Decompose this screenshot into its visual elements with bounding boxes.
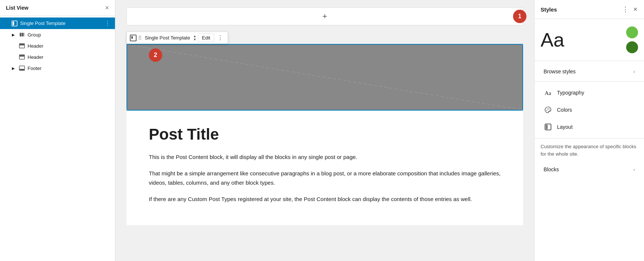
tree-item-options-single-post-template[interactable]: ⋮ <box>105 20 110 27</box>
toolbar-arrows[interactable]: ▲ ▼ <box>193 35 196 41</box>
footer-icon <box>19 65 25 71</box>
tree-item-label-single-post-template: Single Post Template <box>20 20 102 26</box>
svg-rect-1 <box>13 22 14 25</box>
colors-icon <box>544 105 552 114</box>
customize-text: Customize the appearance of specific blo… <box>535 141 644 162</box>
group-icon <box>19 31 25 38</box>
tree-item-single-post-template[interactable]: Single Post Template ⋮ <box>0 17 115 29</box>
svg-point-13 <box>547 110 547 111</box>
post-body: This is the Post Content block, it will … <box>149 152 501 204</box>
tree-item-group[interactable]: ▶ Group <box>0 29 115 40</box>
arrow-down[interactable]: ▼ <box>193 38 196 41</box>
drag-handle[interactable]: ⠿ <box>138 35 142 41</box>
selected-block[interactable] <box>126 44 523 111</box>
colors-item[interactable]: Colors <box>538 102 641 118</box>
layout-item[interactable]: Layout <box>538 119 641 135</box>
tree-item-label-header-2: Header <box>28 54 110 60</box>
svg-rect-8 <box>20 55 24 57</box>
tree-item-label-group: Group <box>28 32 110 38</box>
tree-item-label-header-1: Header <box>28 43 110 49</box>
typography-label: Typography <box>557 90 635 96</box>
chevron-footer[interactable]: ▶ <box>10 65 16 71</box>
post-paragraph-3: If there are any Custom Post Types regis… <box>149 194 501 204</box>
styles-more-button[interactable]: ⋮ <box>621 4 629 14</box>
close-list-view-button[interactable]: × <box>105 4 109 11</box>
left-panel: List View × Single Post Template ⋮ ▶ <box>0 0 115 261</box>
styles-close-button[interactable]: × <box>632 5 638 14</box>
tree-item-footer[interactable]: ▶ Footer <box>0 63 115 74</box>
svg-point-15 <box>548 109 549 109</box>
typography-preview: Aa <box>541 30 564 50</box>
colors-label: Colors <box>557 107 635 113</box>
header-icon-1 <box>19 42 25 49</box>
tree-list: Single Post Template ⋮ ▶ Group <box>0 16 115 75</box>
styles-title: Styles <box>541 6 557 13</box>
chevron-placeholder <box>3 20 9 26</box>
post-paragraph-1: This is the Post Content block, it will … <box>149 152 501 162</box>
chevron-group[interactable]: ▶ <box>10 32 16 38</box>
svg-rect-2 <box>20 33 21 36</box>
svg-line-11 <box>127 45 522 110</box>
chevron-placeholder-h1 <box>10 43 16 49</box>
toolbar-template-label: Single Post Template <box>145 35 190 41</box>
tree-item-header-1[interactable]: Header <box>0 40 115 51</box>
browse-styles-item[interactable]: Browse styles › <box>538 65 641 78</box>
divider-2 <box>535 138 644 139</box>
blocks-row[interactable]: Blocks › <box>538 163 641 176</box>
tree-item-label-footer: Footer <box>28 66 110 71</box>
post-content: Post Title This is the Post Content bloc… <box>126 111 523 225</box>
svg-text:Aa: Aa <box>545 90 551 96</box>
right-header-actions: ⋮ × <box>621 4 638 14</box>
toolbar-template-icon <box>130 35 137 41</box>
step-badge-2: 2 <box>149 48 162 62</box>
canvas-inner: + 1 ⠿ Single Post Template ▲ ▼ Edit ⋮ 2 <box>115 0 534 261</box>
divider-1 <box>535 81 644 82</box>
post-title: Post Title <box>149 125 501 143</box>
image-placeholder <box>127 45 522 110</box>
svg-rect-18 <box>546 125 548 129</box>
svg-rect-3 <box>22 33 23 36</box>
colors-preview <box>626 26 638 53</box>
list-view-title: List View <box>6 5 28 11</box>
color-circle-1 <box>626 26 638 38</box>
typography-icon: Aa <box>544 88 552 97</box>
blocks-arrow: › <box>633 166 635 172</box>
right-panel-header: Styles ⋮ × <box>535 0 644 19</box>
left-panel-header: List View × <box>0 0 115 16</box>
styles-preview: Aa <box>535 19 644 61</box>
add-block-bar[interactable]: + 1 <box>126 7 523 25</box>
svg-rect-10 <box>20 69 24 70</box>
layout-label: Layout <box>557 124 635 130</box>
toolbar-more-button[interactable]: ⋮ <box>216 34 225 42</box>
color-circle-2 <box>626 41 638 53</box>
add-block-button[interactable]: + <box>319 11 330 22</box>
browse-styles-arrow: › <box>633 69 635 74</box>
post-paragraph-2: That might be a simple arrangement like … <box>149 169 501 188</box>
main-canvas: + 1 ⠿ Single Post Template ▲ ▼ Edit ⋮ 2 <box>115 0 534 261</box>
toolbar-edit-button[interactable]: Edit <box>198 34 214 42</box>
styles-list: Browse styles › Aa Typography <box>535 61 644 180</box>
block-toolbar: ⠿ Single Post Template ▲ ▼ Edit ⋮ <box>126 32 228 44</box>
right-panel: Styles ⋮ × Aa Browse styles › Aa Typogra… <box>534 0 644 261</box>
header-icon-2 <box>19 54 25 60</box>
step-badge-1: 1 <box>513 10 526 23</box>
blocks-label: Blocks <box>544 166 559 172</box>
chevron-placeholder-h2 <box>10 54 16 60</box>
svg-rect-4 <box>23 33 24 36</box>
svg-point-14 <box>547 109 548 109</box>
browse-styles-label: Browse styles <box>544 69 629 74</box>
svg-point-16 <box>549 110 550 111</box>
svg-rect-6 <box>20 44 24 45</box>
layout-icon <box>544 122 552 131</box>
template-icon <box>11 20 18 27</box>
typography-item[interactable]: Aa Typography <box>538 85 641 101</box>
tree-item-header-2[interactable]: Header <box>0 51 115 63</box>
